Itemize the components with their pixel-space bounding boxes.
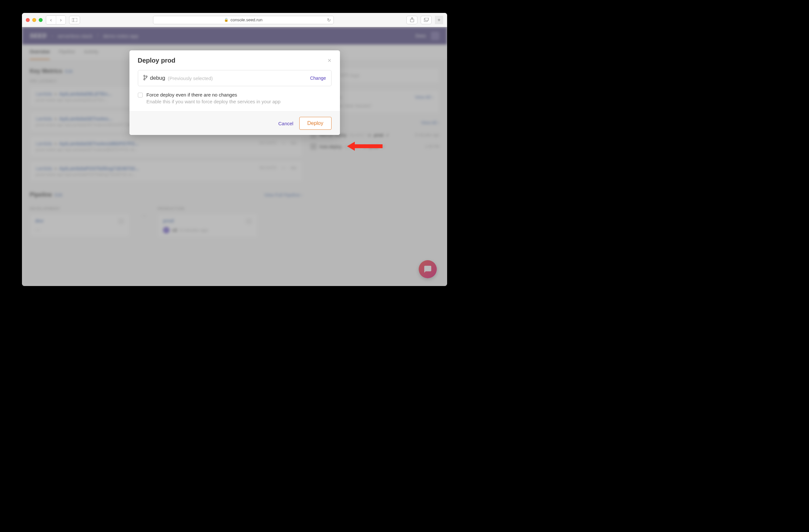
- browser-titlebar: ‹ › 🔒 console.seed.run ↻ +: [22, 13, 447, 27]
- reload-icon[interactable]: ↻: [327, 17, 331, 22]
- close-icon[interactable]: ×: [328, 57, 331, 64]
- back-button[interactable]: ‹: [46, 16, 56, 24]
- url-bar[interactable]: 🔒 console.seed.run ↻: [153, 16, 334, 24]
- force-deploy-row: Force deploy even if there are no change…: [138, 92, 331, 104]
- modal-footer: Cancel Deploy: [130, 111, 340, 135]
- share-button[interactable]: [407, 16, 417, 24]
- window-maximize-button[interactable]: [39, 18, 42, 22]
- force-deploy-help: Enable this if you want to force deploy …: [147, 99, 331, 104]
- window-close-button[interactable]: [26, 18, 30, 22]
- url-host-text: console.seed.run: [230, 17, 262, 22]
- branch-hint: (Previously selected): [168, 75, 213, 81]
- nav-buttons: ‹ ›: [46, 16, 66, 24]
- forward-button[interactable]: ›: [56, 16, 66, 24]
- annotation-arrow: [347, 142, 382, 151]
- traffic-lights: [26, 18, 42, 22]
- sidebar-toggle-button[interactable]: [69, 16, 80, 24]
- force-deploy-label: Force deploy even if there are no change…: [147, 92, 331, 98]
- deploy-button[interactable]: Deploy: [299, 117, 331, 130]
- deploy-modal: Deploy prod × debug (Previously selected…: [130, 50, 340, 135]
- svg-rect-0: [72, 18, 77, 22]
- svg-point-6: [144, 75, 145, 76]
- window-minimize-button[interactable]: [32, 18, 36, 22]
- svg-point-7: [144, 79, 145, 80]
- cancel-button[interactable]: Cancel: [278, 121, 293, 126]
- branch-name: debug: [150, 75, 165, 81]
- tabs-button[interactable]: [420, 16, 432, 24]
- change-branch-link[interactable]: Change: [310, 75, 326, 81]
- new-tab-button[interactable]: +: [435, 16, 443, 24]
- svg-rect-5: [425, 18, 428, 21]
- branch-icon: [143, 75, 148, 81]
- svg-point-8: [146, 76, 147, 77]
- lock-icon: 🔒: [224, 18, 228, 22]
- modal-header: Deploy prod ×: [130, 50, 340, 70]
- right-toolbar: +: [407, 16, 443, 24]
- modal-title: Deploy prod: [138, 57, 176, 64]
- branch-selector: debug (Previously selected) Change: [138, 70, 331, 86]
- force-deploy-checkbox[interactable]: [138, 93, 143, 98]
- content-area: SEED › serverless-stack / demo-notes-app…: [22, 27, 447, 286]
- browser-window: ‹ › 🔒 console.seed.run ↻ + SEED ›: [22, 13, 447, 286]
- modal-body: debug (Previously selected) Change Force…: [130, 70, 340, 111]
